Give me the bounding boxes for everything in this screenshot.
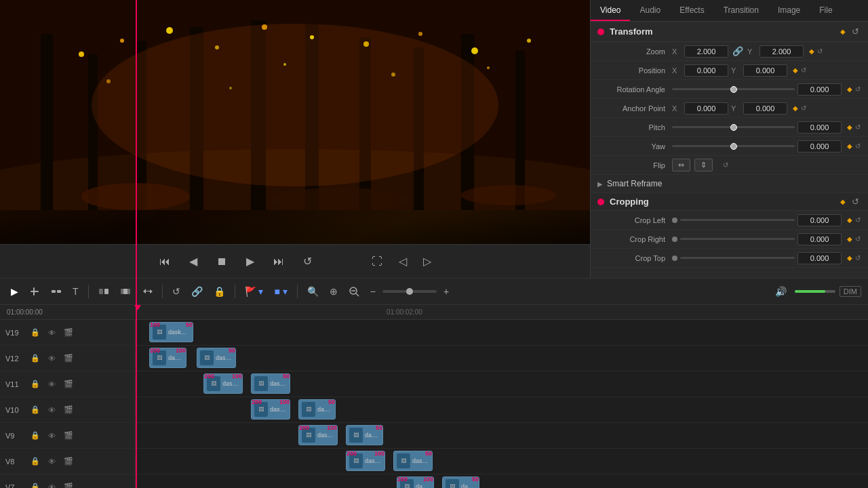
anchor-x-input[interactable] [684,102,728,115]
rotation-value-input[interactable] [797,83,842,96]
rotation-slider-track[interactable] [672,88,795,90]
crop-right-reset-btn[interactable]: ↺ [854,235,861,243]
track-lock-v10[interactable]: 🔒 [28,405,42,415]
track-eye-v11[interactable]: 👁 [46,380,58,389]
zoom-link-button[interactable]: 🔗 [731,46,745,56]
crop-right-slider-track[interactable] [680,238,795,240]
zoom-out-button[interactable] [344,283,363,300]
text-tool-button[interactable]: T [68,283,83,300]
track-lock-v11[interactable]: 🔒 [28,379,42,389]
track-eye-v10[interactable]: 👁 [46,405,58,415]
volume-slider[interactable] [795,290,835,293]
flip-reset-btn[interactable]: ↺ [722,161,729,169]
track-film-v12[interactable]: 🎬 [62,353,75,363]
track-lock-v19[interactable]: 🔒 [28,327,42,338]
pitch-slider[interactable] [672,126,795,128]
lock-button[interactable]: 🔒 [210,283,229,300]
track-lock-v8[interactable]: 🔒 [28,456,42,466]
crop-top-input[interactable] [797,252,842,264]
smart-reframe-row[interactable]: ▶ Smart Reframe [591,175,868,193]
anchor-y-input[interactable] [743,102,787,115]
crop-top-slider-track[interactable] [680,257,795,259]
replace-button[interactable] [138,283,157,300]
position-x-input[interactable] [684,64,728,77]
yaw-slider[interactable] [672,145,795,147]
tab-image[interactable]: Image [768,0,810,21]
track-lock-v12[interactable]: 🔒 [28,353,42,363]
tab-effects[interactable]: Effects [670,0,713,21]
track-film-v9[interactable]: 🎬 [62,430,75,441]
track-film-v19[interactable]: 🎬 [62,327,75,338]
link-button[interactable]: 🔗 [187,283,207,300]
clip-v10-1[interactable]: 200 100 🖼 dask... [251,399,290,420]
track-film-v11[interactable]: 🎬 [62,379,75,389]
zoom-reset-btn[interactable]: ↺ [816,47,823,56]
crop-top-slider[interactable] [680,257,795,259]
skip-end-button[interactable]: ⏭ [269,253,288,270]
clip-v12-1[interactable]: 200 100 🖼 dask... [149,348,186,368]
crop-left-slider[interactable] [680,219,795,221]
flag-button[interactable]: 🚩 ▾ [241,283,268,300]
clip-v9-2[interactable]: 50 🖼 dask... [346,425,383,445]
zoom-x-input[interactable] [684,45,728,58]
pitch-slider-track[interactable] [672,126,795,128]
prev-clip-button[interactable]: ◁ [395,252,411,270]
track-eye-v8[interactable]: 👁 [46,457,58,466]
position-y-input[interactable] [743,64,787,77]
track-film-v10[interactable]: 🎬 [62,405,75,415]
overwrite-button[interactable] [116,283,135,300]
clip-v11-1[interactable]: 200 100 🖼 dask... [203,373,243,394]
track-eye-v12[interactable]: 👁 [46,354,58,363]
clip-v9-1[interactable]: 200 100 🖼 dask... [298,425,338,445]
track-lock-v9[interactable]: 🔒 [28,430,42,441]
crop-left-input[interactable] [797,214,842,226]
transform-reset-button[interactable]: ↺ [850,26,861,37]
fullscreen-button[interactable]: ⛶ [368,253,387,270]
zoom-in-button[interactable]: ⊕ [326,283,342,300]
timeline-zoom-slider[interactable] [382,290,437,293]
zoom-search-button[interactable]: 🔍 [303,283,323,300]
next-clip-button[interactable]: ▷ [419,252,435,270]
clip-v8-2[interactable]: 50 🖼 dask... [393,451,433,471]
insert-button[interactable] [94,283,113,300]
tab-video[interactable]: Video [591,0,630,21]
tab-transition[interactable]: Transition [714,0,768,21]
crop-left-reset-btn[interactable]: ↺ [854,216,861,224]
yaw-slider-track[interactable] [672,145,795,147]
yaw-reset-btn[interactable]: ↺ [854,142,861,150]
skip-start-button[interactable]: ⏮ [155,253,174,270]
position-reset-btn[interactable]: ↺ [800,66,807,75]
zoom-plus-button[interactable]: + [439,283,453,300]
clip-v7-1[interactable]: 200 100 🖼 dask... [397,476,434,488]
play-button[interactable]: ▶ [242,252,258,270]
clip-v10-2[interactable]: 50 🖼 dask... [298,399,336,420]
crop-right-slider[interactable] [680,238,795,240]
prev-frame-button[interactable]: ◀ [185,252,201,270]
track-film-v7[interactable]: 🎬 [62,482,75,488]
clip-v19-1[interactable]: 100 50 🖼 dask... [149,322,193,342]
cropping-section-header[interactable]: Cropping ◆ ↺ [591,193,868,211]
track-eye-v9[interactable]: 👁 [46,431,58,441]
tab-file[interactable]: File [810,0,842,21]
cropping-reset-button[interactable]: ↺ [850,196,861,207]
stop-button[interactable]: ⏹ [212,253,231,270]
clip-v12-2[interactable]: 50 🖼 dask... [197,348,236,368]
tab-audio[interactable]: Audio [630,0,670,21]
rotation-slider[interactable] [672,88,795,90]
track-lock-v7[interactable]: 🔒 [28,482,42,488]
marker-button[interactable]: ■ ▾ [270,283,291,300]
pitch-value-input[interactable] [797,121,842,134]
blade-tool-button[interactable] [25,283,44,300]
yaw-value-input[interactable] [797,140,842,152]
clip-v7-2[interactable]: 50 🖼 dask... [442,476,479,488]
crop-left-slider-track[interactable] [680,219,795,221]
flip-vertical-button[interactable]: ⇕ [694,159,713,171]
transform-section-header[interactable]: Transform ◆ ↺ [591,22,868,42]
select-tool-button[interactable]: ▶ [7,283,22,300]
clip-v8-1[interactable]: 200 100 🖼 dask... [346,451,385,471]
zoom-y-input[interactable] [760,45,804,58]
clip-v11-2[interactable]: 50 🖼 dask... [251,373,290,394]
rotation-reset-btn[interactable]: ↺ [854,85,861,94]
track-eye-v19[interactable]: 👁 [46,328,58,338]
pitch-reset-btn[interactable]: ↺ [854,123,861,131]
